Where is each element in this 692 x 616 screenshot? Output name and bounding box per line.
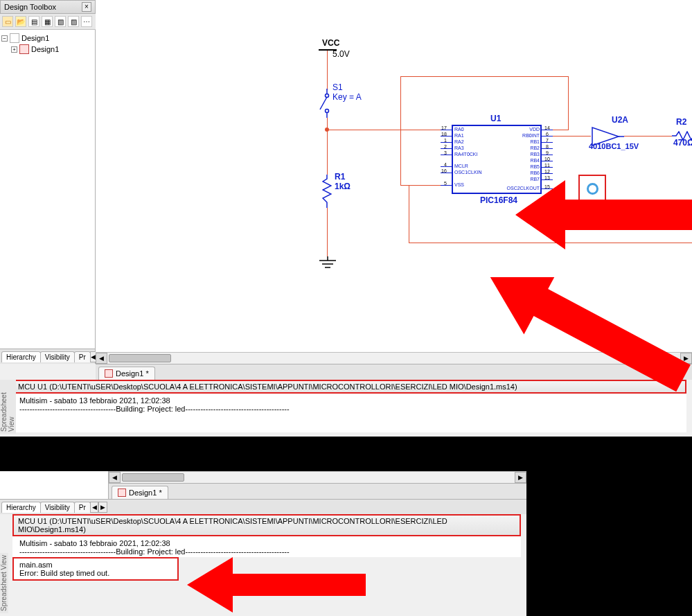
app-window-bottom: ◀ ▶ Design1 * Hierarchy Visibility Pr ◀ …: [0, 471, 526, 616]
doc-tab-label: Design1 *: [116, 369, 149, 378]
left-blank: [0, 471, 109, 499]
close-icon[interactable]: ×: [82, 2, 91, 12]
wire: [327, 208, 328, 256]
design-toolbox-panel: Design Toolbox × ▭ 📂 ▤ ▦ ▧ ▨ ⋯ − Design1: [0, 0, 96, 364]
pin: RB7: [530, 177, 540, 182]
pin: VDD: [529, 127, 540, 132]
tab-design1[interactable]: Design1 *: [98, 367, 155, 380]
pin-line: [542, 188, 553, 189]
tree-root-row[interactable]: − Design1: [1, 33, 94, 44]
toolbox-titlebar[interactable]: Design Toolbox ×: [0, 0, 96, 14]
toolbar-icon-7[interactable]: ⋯: [81, 16, 92, 27]
design-icon: [10, 33, 19, 43]
wire: [327, 51, 328, 90]
app-window-top: Design Toolbox × ▭ 📂 ▤ ▦ ▧ ▨ ⋯ − Design1: [0, 0, 692, 437]
pin-line: [542, 167, 553, 168]
collapse-icon[interactable]: −: [1, 35, 8, 42]
pin-line: [542, 130, 553, 130]
svg-point-1: [326, 94, 329, 98]
schematic-icon: [19, 44, 29, 54]
scroll-track[interactable]: [121, 472, 515, 483]
wire: [400, 76, 569, 77]
wire: [553, 130, 568, 130]
output-header: MCU U1 (D:\UTENTI\uSER\Desktop\SCUOLA\4 …: [12, 380, 686, 394]
output-body[interactable]: Multisim - sabato 13 febbraio 2021, 12:0…: [12, 394, 686, 432]
r1-value: 1kΩ: [335, 182, 351, 191]
tab-hierarchy[interactable]: Hierarchy: [1, 351, 41, 362]
scroll-left-icon[interactable]: ◀: [96, 353, 107, 364]
horizontal-scrollbar[interactable]: ◀ ▶: [109, 471, 526, 483]
wire: [568, 76, 569, 130]
wire-node: [325, 127, 329, 132]
tab-scroll-left-icon[interactable]: ◀: [90, 502, 99, 513]
spacer: [109, 499, 526, 514]
document-tabs: Design1 *: [109, 483, 526, 499]
scroll-left-icon[interactable]: ◀: [109, 472, 121, 483]
resistor-r2[interactable]: [672, 131, 692, 141]
pin-line: [542, 155, 553, 155]
pin: RB6: [530, 170, 540, 176]
toolbox-tabs: Hierarchy Visibility Pr ◀ ▶: [0, 349, 95, 364]
scroll-right-icon[interactable]: ▶: [680, 353, 692, 364]
output-body[interactable]: Multisim - sabato 13 febbraio 2021, 12:0…: [12, 536, 521, 557]
scroll-thumb[interactable]: [109, 354, 171, 362]
svg-marker-9: [592, 127, 619, 146]
toolbar-icon-3[interactable]: ▤: [28, 16, 39, 27]
r2-label: R2: [676, 117, 686, 127]
scroll-track[interactable]: [107, 353, 680, 364]
pin: RA4T0CKI: [454, 152, 477, 157]
horizontal-scrollbar[interactable]: ◀ ▶: [96, 352, 692, 364]
toolbox-title-text: Design Toolbox: [4, 3, 56, 11]
pin: RB2: [530, 146, 540, 151]
pin-line: [441, 130, 452, 130]
wire: [409, 243, 692, 243]
output-panel: Spreadsheet View MCU U1 (D:\UTENTI\uSER\…: [0, 514, 526, 616]
tab-visibility[interactable]: Visibility: [40, 351, 75, 362]
new-file-icon[interactable]: ▭: [2, 16, 13, 27]
tab-hierarchy[interactable]: Hierarchy: [1, 502, 41, 513]
buffer-u2a[interactable]: [591, 126, 624, 148]
pin: RB3: [530, 152, 540, 157]
vcc-label: VCC: [322, 38, 339, 48]
scroll-thumb[interactable]: [122, 473, 184, 482]
spreadsheet-view-label[interactable]: Spreadsheet View: [0, 553, 8, 613]
output-panel: Spreadsheet View MCU U1 (D:\UTENTI\uSER\…: [0, 380, 692, 437]
pin-line: [441, 166, 452, 167]
loading-spinner-icon: [587, 183, 598, 195]
wire: [327, 118, 328, 175]
pin-line: [542, 179, 553, 180]
scroll-right-icon[interactable]: ▶: [515, 472, 526, 483]
pin: RB0INT: [522, 133, 540, 139]
pin: MCLR: [454, 164, 468, 169]
tab-scroll-right-icon[interactable]: ▶: [98, 502, 107, 513]
switch-s1[interactable]: [317, 89, 338, 119]
toolbar-icon-5[interactable]: ▧: [55, 16, 66, 27]
tab-pr[interactable]: Pr: [74, 502, 91, 513]
upper-row: Design Toolbox × ▭ 📂 ▤ ▦ ▧ ▨ ⋯ − Design1: [0, 0, 692, 364]
tree-root-label: Design1: [21, 34, 49, 42]
schematic-canvas[interactable]: VCC 5.0V S1 Key = A: [96, 0, 692, 352]
collapse-icon[interactable]: +: [11, 46, 17, 53]
toolbox-toolbar: ▭ 📂 ▤ ▦ ▧ ▨ ⋯: [0, 14, 96, 30]
bottom-tabs-row2: Hierarchy Visibility Pr ◀ ▶: [0, 499, 526, 514]
design-tree[interactable]: − Design1 + Design1: [0, 30, 95, 349]
open-folder-icon[interactable]: 📂: [15, 16, 26, 27]
resistor-r1[interactable]: [322, 175, 332, 208]
tab-pr[interactable]: Pr: [74, 351, 91, 362]
pin: RB5: [530, 164, 540, 170]
toolbar-icon-4[interactable]: ▦: [42, 16, 53, 27]
ground-symbol: [317, 256, 338, 273]
output-error-file: main.asm: [19, 561, 172, 569]
tree-child-row[interactable]: + Design1: [1, 44, 94, 55]
tab-design1[interactable]: Design1 *: [112, 486, 168, 499]
toolbar-icon-6[interactable]: ▨: [68, 16, 79, 27]
output-line-building: --------------------------------------Bu…: [19, 547, 514, 556]
output-line-building: --------------------------------------Bu…: [19, 405, 680, 413]
pin-line: [542, 142, 553, 143]
tab-visibility[interactable]: Visibility: [40, 502, 75, 513]
vcc-value: 5.0V: [332, 49, 350, 59]
output-error-msg: Error: Build step timed out.: [19, 569, 172, 577]
toolbox-tabs: Hierarchy Visibility Pr ◀ ▶: [0, 499, 109, 514]
spreadsheet-view-label[interactable]: Spreadsheet View: [0, 380, 16, 434]
pin-line: [542, 161, 553, 161]
